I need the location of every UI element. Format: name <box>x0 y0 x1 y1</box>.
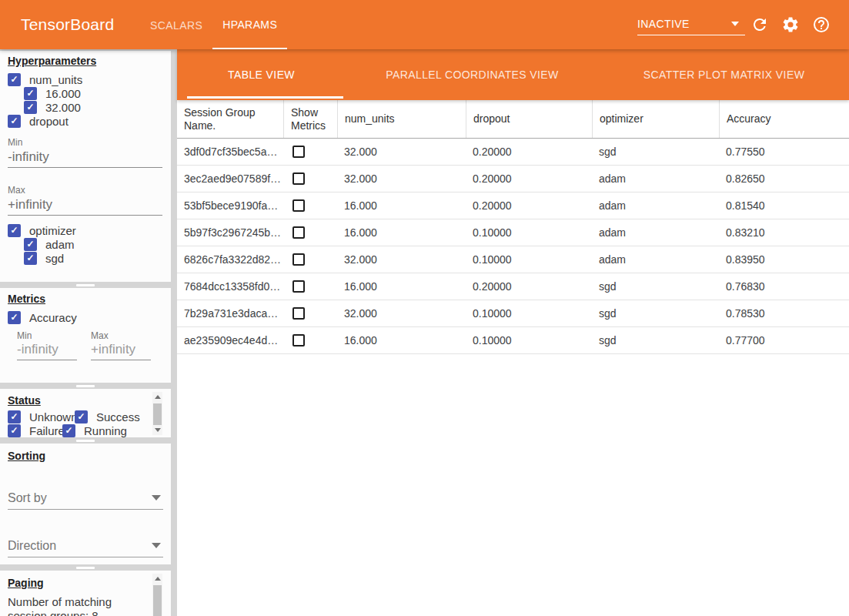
num-units-value: 16.000 <box>337 327 466 353</box>
tab-scalars[interactable]: SCALARS <box>140 0 212 49</box>
table-row: 53bf5bece9190fa… 16.000 0.20000 adam 0.8… <box>177 192 849 219</box>
scroll-up-icon[interactable] <box>152 392 162 402</box>
tab-table-view[interactable]: TABLE VIEW <box>177 49 346 100</box>
table-row: 6826c7fa3322d82… 32.000 0.10000 adam 0.8… <box>177 246 849 273</box>
direction-dropdown[interactable]: Direction <box>8 534 163 557</box>
show-metrics-checkbox[interactable] <box>292 334 305 346</box>
status-heading: Status <box>8 394 41 407</box>
optimizer-adam-checkbox[interactable] <box>24 238 37 251</box>
num-units-16-checkbox[interactable] <box>24 87 37 100</box>
scroll-down-icon[interactable] <box>152 425 162 435</box>
status-unknown-row: Unknown <box>8 410 78 424</box>
num-units-value: 32.000 <box>337 246 466 273</box>
sorting-card: Sorting Sort by Direction <box>0 444 171 564</box>
dropout-value: 0.10000 <box>466 246 592 273</box>
optimizer-value: sgd <box>592 300 719 326</box>
chevron-down-icon <box>731 22 739 26</box>
session-group-name: 7684dcc13358fd0… <box>177 273 283 300</box>
section-resizer[interactable] <box>0 437 171 444</box>
accuracy-min-input[interactable]: -infinity <box>17 342 77 360</box>
table-row: ae235909ec4e4d… 16.000 0.10000 sgd 0.777… <box>177 327 849 354</box>
show-metrics-checkbox[interactable] <box>292 226 305 239</box>
status-success-checkbox[interactable] <box>75 410 88 424</box>
paging-card: Paging Number of matching session groups… <box>0 571 171 616</box>
dropout-min-input[interactable]: -infinity <box>8 149 162 168</box>
paging-scrollbar[interactable] <box>152 574 162 616</box>
table-row: 5b97f3c2967245b… 16.000 0.10000 adam 0.8… <box>177 219 849 246</box>
dropout-min-label: Min <box>8 137 22 148</box>
optimizer-value: adam <box>592 166 719 192</box>
accuracy-max-input[interactable]: +infinity <box>91 342 151 360</box>
top-app-bar: TensorBoard SCALARS HPARAMS INACTIVE <box>0 0 849 49</box>
accuracy-value: 0.83950 <box>719 246 849 273</box>
accuracy-value: 0.78530 <box>719 300 849 326</box>
tab-scatter-plot-matrix-label: SCATTER PLOT MATRIX VIEW <box>643 69 805 81</box>
show-metrics-checkbox[interactable] <box>292 307 305 320</box>
accuracy-label: Accuracy <box>29 311 77 324</box>
accuracy-max-label: Max <box>91 330 109 341</box>
accuracy-checkbox[interactable] <box>8 311 21 324</box>
status-failure-row: Failure <box>8 424 65 437</box>
filters-sidebar: Hyperparameters num_units 16.000 32.000 … <box>0 49 177 616</box>
show-metrics-checkbox[interactable] <box>292 253 305 266</box>
run-status-value: INACTIVE <box>637 18 731 30</box>
status-scrollbar[interactable] <box>152 392 162 435</box>
dropout-label: dropout <box>29 115 69 128</box>
status-unknown-checkbox[interactable] <box>8 410 21 424</box>
tab-hparams[interactable]: HPARAMS <box>212 0 287 49</box>
dropout-checkbox[interactable] <box>8 115 21 128</box>
optimizer-label: optimizer <box>29 224 76 237</box>
accuracy-value: 0.82650 <box>719 166 849 192</box>
num-units-32-label: 32.000 <box>45 101 81 114</box>
col-header-session-group-name: Session Group Name. <box>177 100 283 138</box>
num-units-32-checkbox[interactable] <box>24 101 37 114</box>
session-group-name: 7b29a731e3daca… <box>177 300 283 326</box>
dropout-value: 0.10000 <box>466 300 592 326</box>
scrollbar-thumb[interactable] <box>153 585 162 616</box>
tab-parallel-coordinates-view[interactable]: PARALLEL COORDINATES VIEW <box>346 49 599 100</box>
settings-button[interactable] <box>781 15 800 34</box>
accuracy-value: 0.81540 <box>719 192 849 219</box>
show-metrics-checkbox[interactable] <box>292 146 305 158</box>
num-units-32-row: 32.000 <box>24 100 81 114</box>
table-row: 3df0d7cf35bec5a… 32.000 0.20000 sgd 0.77… <box>177 139 849 166</box>
show-metrics-checkbox[interactable] <box>292 172 305 185</box>
scroll-up-icon[interactable] <box>152 574 162 584</box>
tab-scatter-plot-matrix-view[interactable]: SCATTER PLOT MATRIX VIEW <box>599 49 849 100</box>
section-resizer[interactable] <box>0 282 171 288</box>
drag-handle-icon <box>76 567 95 569</box>
active-tab-indicator <box>187 96 343 99</box>
show-metrics-checkbox[interactable] <box>292 199 305 212</box>
col-header-num-units: num_units <box>337 100 466 138</box>
optimizer-adam-label: adam <box>45 238 75 251</box>
section-resizer[interactable] <box>0 383 171 389</box>
run-status-dropdown[interactable]: INACTIVE <box>637 12 745 35</box>
scrollbar-thumb[interactable] <box>153 403 162 425</box>
num-units-value: 32.000 <box>337 139 466 165</box>
help-button[interactable] <box>812 15 831 34</box>
dropout-value: 0.20000 <box>466 166 592 192</box>
accuracy-min-label: Min <box>17 330 32 341</box>
num-units-value: 16.000 <box>337 192 466 219</box>
status-running-checkbox[interactable] <box>62 424 75 437</box>
refresh-button[interactable] <box>750 15 769 34</box>
metrics-heading: Metrics <box>8 293 45 305</box>
optimizer-checkbox[interactable] <box>8 224 21 237</box>
drag-handle-icon <box>76 385 95 387</box>
tab-table-view-label: TABLE VIEW <box>228 69 295 81</box>
sort-by-dropdown[interactable]: Sort by <box>8 487 163 510</box>
status-failure-checkbox[interactable] <box>8 424 21 437</box>
optimizer-sgd-checkbox[interactable] <box>24 252 37 265</box>
tab-parallel-coordinates-label: PARALLEL COORDINATES VIEW <box>386 69 558 81</box>
accuracy-value: 0.76830 <box>719 273 849 300</box>
dropout-max-input[interactable]: +infinity <box>8 197 162 216</box>
optimizer-value: sgd <box>592 139 719 165</box>
num-units-checkbox[interactable] <box>8 73 21 86</box>
refresh-icon <box>750 15 769 34</box>
hparam-num-units-row: num_units <box>8 72 82 86</box>
optimizer-sgd-row: sgd <box>24 251 64 265</box>
status-success-row: Success <box>75 410 140 424</box>
show-metrics-checkbox[interactable] <box>292 280 305 293</box>
optimizer-sgd-label: sgd <box>45 252 64 265</box>
section-resizer[interactable] <box>0 564 171 571</box>
